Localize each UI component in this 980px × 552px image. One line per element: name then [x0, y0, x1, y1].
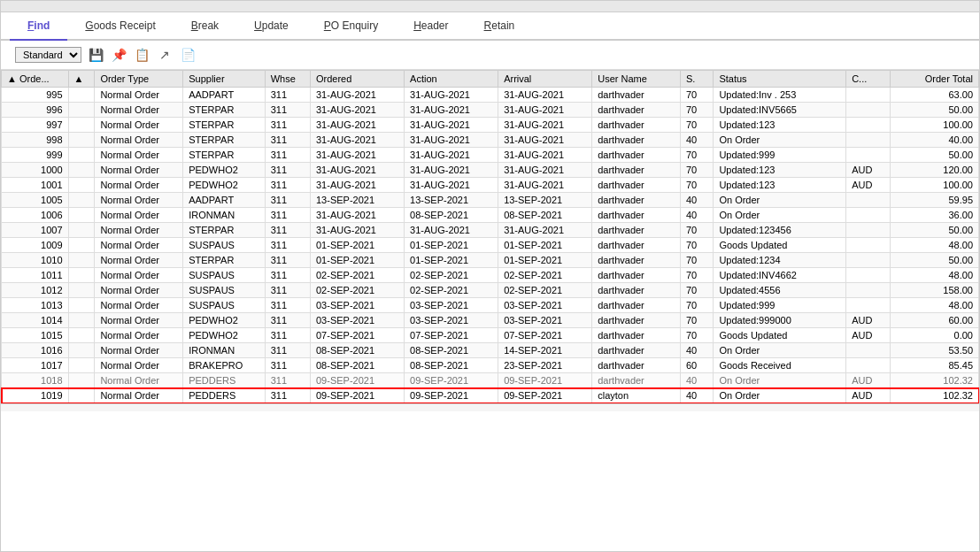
table-cell: 100.00 — [891, 118, 979, 133]
table-row[interactable]: 1000Normal OrderPEDWHO231131-AUG-202131-… — [2, 163, 979, 178]
table-cell — [846, 268, 891, 283]
col-header-arrival[interactable]: Arrival — [498, 71, 592, 88]
status-bar — [1, 403, 979, 411]
table-row[interactable]: 1010Normal OrderSTERPAR31101-SEP-202101-… — [2, 253, 979, 268]
table-cell: 40.00 — [891, 133, 979, 148]
col-header-ordered[interactable]: Ordered — [311, 71, 405, 88]
table-row[interactable]: 1013Normal OrderSUSPAUS31103-SEP-202103-… — [2, 298, 979, 313]
table-cell: SUSPAUS — [183, 268, 266, 283]
table-row[interactable]: 1015Normal OrderPEDWHO231107-SEP-202107-… — [2, 328, 979, 343]
table-cell: 23-SEP-2021 — [498, 358, 592, 373]
table-row[interactable]: 997Normal OrderSTERPAR31131-AUG-202131-A… — [2, 118, 979, 133]
table-cell — [846, 208, 891, 223]
col-header-action[interactable]: Action — [405, 71, 498, 88]
col-header-c[interactable]: C... — [846, 71, 891, 88]
tab-find[interactable]: Find — [10, 12, 67, 41]
table-cell: 08-SEP-2021 — [311, 358, 405, 373]
table-cell: 40 — [681, 343, 714, 358]
table-row[interactable]: 1016Normal OrderIRONMAN31108-SEP-202108-… — [2, 343, 979, 358]
table-cell: 1010 — [2, 253, 69, 268]
table-cell: 311 — [265, 283, 310, 298]
table-row[interactable]: 1011Normal OrderSUSPAUS31102-SEP-202102-… — [2, 268, 979, 283]
table-cell: 03-SEP-2021 — [405, 313, 498, 328]
table-row[interactable]: 995Normal OrderAADPART31131-AUG-202131-A… — [2, 88, 979, 103]
col-header-whse[interactable]: Whse — [265, 71, 310, 88]
table-cell: 50.00 — [891, 148, 979, 163]
table-cell: Normal Order — [95, 253, 183, 268]
col-header-order[interactable]: ▲ Orde... — [2, 71, 69, 88]
table-cell: Normal Order — [95, 178, 183, 193]
table-row[interactable]: 999Normal OrderSTERPAR31131-AUG-202131-A… — [2, 148, 979, 163]
export-icon[interactable]: ↗ — [156, 46, 174, 64]
col-header-status[interactable]: Status — [714, 71, 846, 88]
table-cell: 02-SEP-2021 — [498, 283, 592, 298]
col-header-order-total[interactable]: Order Total — [891, 71, 979, 88]
table-cell: Updated:123 — [714, 118, 846, 133]
table-cell: Normal Order — [95, 208, 183, 223]
tab-po-enquiry[interactable]: PO Enquiry — [306, 12, 396, 41]
table-cell: 1019 — [2, 388, 69, 403]
tab-retain[interactable]: Retain — [467, 12, 533, 41]
tab-break[interactable]: Break — [174, 12, 236, 41]
copy-icon[interactable]: 📋 — [133, 46, 150, 64]
table-cell: BRAKEPRO — [183, 358, 266, 373]
col-header-supplier[interactable]: Supplier — [183, 71, 266, 88]
table-cell: STERPAR — [183, 118, 266, 133]
table-cell: 31-AUG-2021 — [498, 223, 592, 238]
table-row[interactable]: 1014Normal OrderPEDWHO231103-SEP-202103-… — [2, 313, 979, 328]
pin-icon[interactable]: 📌 — [110, 46, 127, 64]
table-row[interactable]: 1001Normal OrderPEDWHO231131-AUG-202131-… — [2, 178, 979, 193]
table-cell: 02-SEP-2021 — [405, 268, 498, 283]
table-cell: 31-AUG-2021 — [498, 163, 592, 178]
table-cell: SUSPAUS — [183, 298, 266, 313]
table-cell: On Order — [714, 133, 846, 148]
save-icon[interactable]: 💾 — [87, 46, 104, 64]
table-cell: 1000 — [2, 163, 69, 178]
table-cell: darthvader — [592, 148, 681, 163]
table-cell: darthvader — [592, 133, 681, 148]
col-header-username[interactable]: User Name — [592, 71, 681, 88]
col-header-s[interactable]: S. — [681, 71, 714, 88]
table-cell: STERPAR — [183, 253, 266, 268]
table-row[interactable]: 996Normal OrderSTERPAR31131-AUG-202131-A… — [2, 103, 979, 118]
table-cell: STERPAR — [183, 148, 266, 163]
table-row[interactable]: 1012Normal OrderSUSPAUS31102-SEP-202102-… — [2, 283, 979, 298]
table-cell: SUSPAUS — [183, 283, 266, 298]
table-cell: 31-AUG-2021 — [405, 178, 498, 193]
tab-goods-receipt[interactable]: Goods Receipt — [67, 12, 173, 41]
table-cell: 1007 — [2, 223, 69, 238]
table-row[interactable]: 1009Normal OrderSUSPAUS31101-SEP-202101-… — [2, 238, 979, 253]
table-cell: 03-SEP-2021 — [311, 313, 405, 328]
table-cell — [68, 358, 95, 373]
table-cell: 07-SEP-2021 — [311, 328, 405, 343]
table-cell — [68, 223, 95, 238]
paste-icon[interactable]: 📄 — [179, 46, 197, 64]
table-row[interactable]: 1006Normal OrderIRONMAN31131-AUG-202108-… — [2, 208, 979, 223]
table-row[interactable]: 1017Normal OrderBRAKEPRO31108-SEP-202108… — [2, 358, 979, 373]
col-header-sort2[interactable]: ▲ — [68, 71, 95, 88]
table-cell: 311 — [265, 148, 310, 163]
table-cell: 120.00 — [891, 163, 979, 178]
table-cell: 311 — [265, 88, 310, 103]
table-row[interactable]: 1019Normal OrderPEDDERS31109-SEP-202109-… — [2, 388, 979, 403]
table-cell: Goods Updated — [714, 238, 846, 253]
tab-update[interactable]: Update — [236, 12, 306, 41]
table-cell: 14-SEP-2021 — [498, 343, 592, 358]
table-cell: darthvader — [592, 103, 681, 118]
tab-header[interactable]: Header — [396, 12, 466, 41]
table-row[interactable]: 1018Normal OrderPEDDERS31109-SEP-202109-… — [2, 373, 979, 388]
table-cell: darthvader — [592, 358, 681, 373]
col-header-order-type[interactable]: Order Type — [95, 71, 183, 88]
table-cell: On Order — [714, 388, 846, 403]
table-cell: 08-SEP-2021 — [311, 343, 405, 358]
table-row[interactable]: 1005Normal OrderAADPART31113-SEP-202113-… — [2, 193, 979, 208]
table-cell: STERPAR — [183, 103, 266, 118]
table-cell: 03-SEP-2021 — [311, 298, 405, 313]
table-cell: Updated:123456 — [714, 223, 846, 238]
table-cell: 31-AUG-2021 — [498, 103, 592, 118]
table-cell: 102.32 — [891, 373, 979, 388]
table-cell — [846, 103, 891, 118]
table-row[interactable]: 1007Normal OrderSTERPAR31131-AUG-202131-… — [2, 223, 979, 238]
view-select[interactable]: Standard — [15, 47, 81, 63]
table-row[interactable]: 998Normal OrderSTERPAR31131-AUG-202131-A… — [2, 133, 979, 148]
